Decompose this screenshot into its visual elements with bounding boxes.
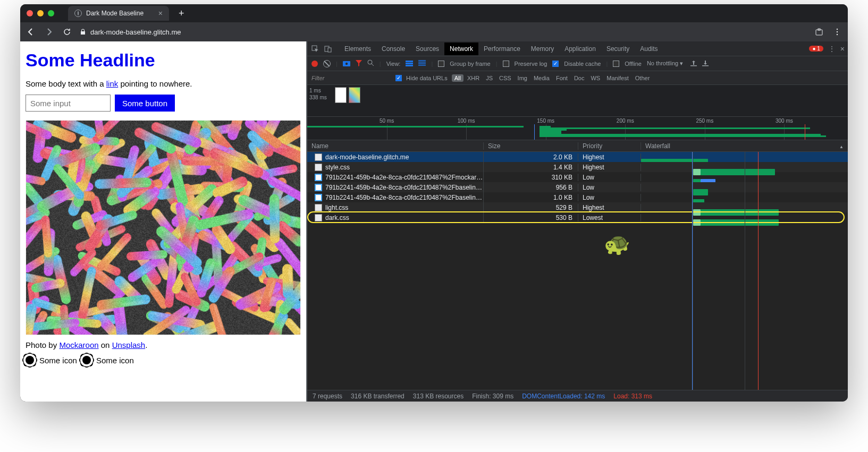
filter-type-media[interactable]: Media <box>531 74 552 82</box>
screenshot-icon[interactable] <box>343 60 350 67</box>
devtools-tab-performance[interactable]: Performance <box>478 42 526 55</box>
filter-type-doc[interactable]: Doc <box>571 74 587 82</box>
inspect-icon[interactable] <box>310 44 320 54</box>
network-row[interactable]: style.css1.4 KBHighest <box>307 162 848 172</box>
devtools-tab-audits[interactable]: Audits <box>635 42 663 55</box>
filter-type-css[interactable]: CSS <box>496 74 514 82</box>
filter-type-ws[interactable]: WS <box>588 74 603 82</box>
caption-author-link[interactable]: Mockaroon <box>59 340 98 349</box>
maximize-window-button[interactable] <box>48 10 54 16</box>
devtools-tab-sources[interactable]: Sources <box>410 42 444 55</box>
filter-type-xhr[interactable]: XHR <box>465 74 482 82</box>
preserve-checkbox[interactable] <box>503 61 509 67</box>
filter-type-manifest[interactable]: Manifest <box>604 74 631 82</box>
icon-row: Some icon Some icon <box>26 356 301 365</box>
overview-thumb-2[interactable] <box>349 87 360 103</box>
img-file-icon <box>315 184 322 191</box>
download-icon[interactable] <box>702 60 709 67</box>
view-large-icon[interactable] <box>406 61 413 67</box>
request-name: dark-mode-baseline.glitch.me <box>325 153 409 161</box>
browser-tab[interactable]: Dark Mode Baseline × <box>68 6 169 21</box>
filter-input[interactable]: Filter <box>311 75 391 81</box>
forward-button[interactable] <box>44 27 54 37</box>
network-request-list[interactable]: dark-mode-baseline.glitch.me2.0 KBHighes… <box>307 152 848 390</box>
devtools-panel: ElementsConsoleSourcesNetworkPerformance… <box>307 41 848 402</box>
request-size: 530 B <box>484 214 578 221</box>
disable-cache-checkbox[interactable] <box>552 61 559 67</box>
error-badge[interactable]: ● 1 <box>809 46 823 52</box>
close-tab-icon[interactable]: × <box>158 9 163 18</box>
new-tab-button[interactable]: + <box>179 8 184 19</box>
extension-icon[interactable] <box>814 27 824 37</box>
demo-button[interactable]: Some button <box>115 95 175 112</box>
hide-data-urls-checkbox[interactable] <box>395 75 402 81</box>
network-row[interactable]: 791b2241-459b-4a2e-8cca-c0fdc21f0487%2Fb… <box>307 192 848 202</box>
network-row[interactable]: 791b2241-459b-4a2e-8cca-c0fdc21f0487%2Fb… <box>307 182 848 192</box>
col-waterfall-header[interactable]: Waterfall▲ <box>641 142 848 150</box>
request-priority: Low <box>578 194 641 201</box>
icon-label-1: Some icon <box>39 356 77 365</box>
devtools-close-icon[interactable]: × <box>840 45 845 53</box>
devtools-tab-application[interactable]: Application <box>559 42 601 55</box>
col-priority-header[interactable]: Priority <box>578 142 641 150</box>
minimize-window-button[interactable] <box>37 10 44 16</box>
doc-file-icon <box>315 153 322 161</box>
record-button[interactable] <box>311 61 318 67</box>
svg-point-3 <box>837 31 838 32</box>
network-row[interactable]: dark-mode-baseline.glitch.me2.0 KBHighes… <box>307 152 848 162</box>
request-priority: Lowest <box>578 214 641 221</box>
network-toolbar: | | View: | Group by frame | Preserve lo… <box>307 56 848 71</box>
col-size-header[interactable]: Size <box>484 142 578 150</box>
menu-icon[interactable] <box>832 27 842 37</box>
filter-icon[interactable] <box>356 60 362 67</box>
svg-rect-15 <box>702 65 709 66</box>
filter-type-other[interactable]: Other <box>633 74 653 82</box>
close-window-button[interactable] <box>27 10 33 16</box>
devtools-tab-console[interactable]: Console <box>376 42 410 55</box>
filter-type-js[interactable]: JS <box>483 74 495 82</box>
titlebar: Dark Mode Baseline × + <box>20 4 848 22</box>
devtools-tab-network[interactable]: Network <box>444 42 478 55</box>
search-icon[interactable] <box>367 59 374 67</box>
devtools-menu-icon[interactable]: ⋮ <box>829 45 835 53</box>
network-overview[interactable]: 1 ms 338 ms <box>307 85 848 117</box>
network-timeline[interactable]: 50 ms100 ms150 ms200 ms250 ms300 ms <box>307 117 848 140</box>
network-filter-bar: Filter Hide data URLs AllXHRJSCSSImgMedi… <box>307 71 848 85</box>
network-row[interactable]: light.css529 BHighest <box>307 202 848 212</box>
demo-input[interactable] <box>26 95 111 112</box>
clear-button[interactable] <box>323 60 331 67</box>
css-file-icon <box>315 164 322 171</box>
devtools-tab-memory[interactable]: Memory <box>526 42 559 55</box>
device-icon[interactable] <box>323 44 333 54</box>
svg-point-9 <box>345 62 348 64</box>
timeline-tick: 300 ms <box>776 118 793 124</box>
network-row[interactable]: 791b2241-459b-4a2e-8cca-c0fdc21f0487%2Fm… <box>307 172 848 182</box>
col-name-header[interactable]: Name <box>307 142 484 150</box>
caption-site-link[interactable]: Unsplash <box>112 340 146 349</box>
window-controls <box>27 10 54 16</box>
body-link[interactable]: link <box>106 79 119 88</box>
group-checkbox[interactable] <box>438 61 444 67</box>
request-priority: Highest <box>578 204 641 211</box>
filter-type-font[interactable]: Font <box>553 74 570 82</box>
status-finish: Finish: 309 ms <box>472 393 513 400</box>
sort-arrow-icon: ▲ <box>839 144 844 149</box>
offline-checkbox[interactable] <box>613 61 619 67</box>
request-name: 791b2241-459b-4a2e-8cca-c0fdc21f0487%2Fb… <box>325 194 483 201</box>
devtools-tab-elements[interactable]: Elements <box>339 42 376 55</box>
back-button[interactable] <box>26 27 36 37</box>
devtools-tab-security[interactable]: Security <box>601 42 635 55</box>
filter-type-all[interactable]: All <box>452 74 464 82</box>
url-field[interactable]: dark-mode-baseline.glitch.me <box>80 28 806 36</box>
upload-icon[interactable] <box>690 60 697 67</box>
filter-type-img[interactable]: Img <box>515 74 530 82</box>
request-size: 2.0 KB <box>484 153 578 161</box>
throttling-select[interactable]: No throttling ▾ <box>647 60 683 67</box>
network-row[interactable]: dark.css530 BLowest <box>307 212 848 223</box>
overview-thumb-1[interactable] <box>335 87 347 103</box>
css-file-icon <box>315 204 322 211</box>
svg-rect-13 <box>406 65 413 66</box>
turtle-annotation: 🐢 <box>604 232 630 257</box>
reload-button[interactable] <box>62 27 72 37</box>
view-small-icon[interactable] <box>418 60 426 67</box>
